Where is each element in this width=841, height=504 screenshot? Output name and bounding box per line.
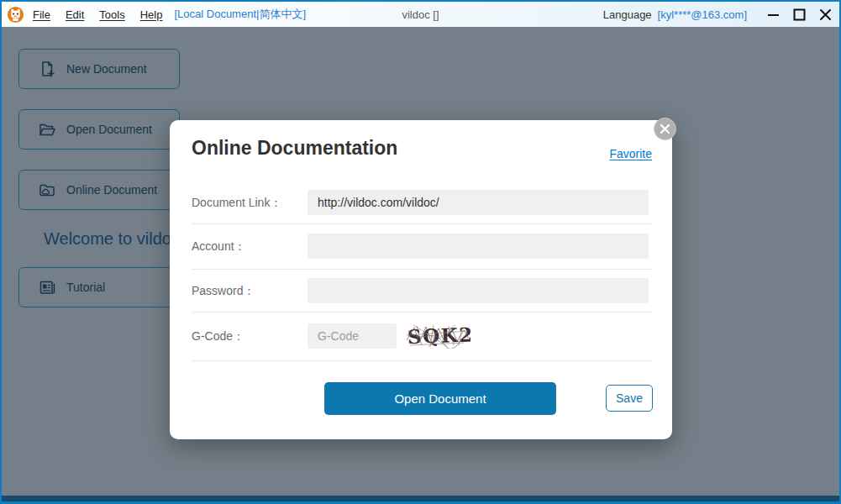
gcode-input[interactable] <box>307 323 397 349</box>
titlebar-right: Language [kyl****@163.com] <box>603 8 833 22</box>
favorite-link[interactable]: Favorite <box>609 147 652 160</box>
online-document-button[interactable]: Online Document <box>18 170 180 210</box>
divider <box>192 223 652 224</box>
welcome-text: Welcome to vildoc <box>44 229 180 249</box>
language-label[interactable]: Language <box>603 8 652 21</box>
document-link-input[interactable] <box>307 190 649 215</box>
dialog-close-button[interactable] <box>654 118 676 140</box>
password-label: Password： <box>192 278 255 303</box>
divider <box>192 360 652 361</box>
local-document-language-toggle[interactable]: [Local Document|简体中文] <box>174 7 306 22</box>
maximize-icon <box>793 8 806 21</box>
open-document-button[interactable]: Open Document <box>18 109 180 150</box>
menu-bar: File Edit Tools Help <box>33 8 162 21</box>
dialog-title: Online Documentation <box>192 137 397 160</box>
bottom-strip <box>2 496 839 502</box>
menu-tools[interactable]: Tools <box>99 8 124 21</box>
new-document-label: New Document <box>66 62 147 76</box>
minimize-button[interactable] <box>766 8 781 22</box>
online-document-label: Online Document <box>66 183 157 197</box>
document-link-label: Document Link： <box>192 190 281 215</box>
main-content: New Document Open Document Online Docume… <box>2 27 839 496</box>
menu-help[interactable]: Help <box>140 8 163 21</box>
gcode-label: G-Code： <box>192 323 244 349</box>
account-label: Account： <box>192 234 246 259</box>
new-document-button[interactable]: New Document <box>18 49 180 89</box>
open-folder-icon <box>38 120 56 139</box>
menu-edit[interactable]: Edit <box>66 8 84 21</box>
tutorial-icon <box>38 278 56 297</box>
account-email[interactable]: [kyl****@163.com] <box>658 8 747 21</box>
minimize-icon <box>767 8 780 21</box>
dialog-close-icon <box>660 123 670 134</box>
close-window-button[interactable] <box>818 8 833 22</box>
titlebar: File Edit Tools Help [Local Document|简体中… <box>2 2 839 27</box>
window-controls <box>766 8 833 22</box>
menu-file[interactable]: File <box>33 8 50 21</box>
divider <box>192 269 652 270</box>
app-window: File Edit Tools Help [Local Document|简体中… <box>0 0 841 504</box>
password-input[interactable] <box>307 278 649 303</box>
online-documentation-dialog: Online Documentation Favorite Document L… <box>170 120 672 439</box>
maximize-button[interactable] <box>792 8 807 22</box>
app-logo-icon <box>7 6 24 24</box>
captcha-image[interactable]: SQK2 <box>405 323 470 349</box>
new-document-icon <box>38 60 56 78</box>
dialog-open-document-button[interactable]: Open Document <box>324 382 556 415</box>
tutorial-button[interactable]: Tutorial <box>18 267 180 307</box>
online-document-icon <box>38 181 56 199</box>
save-button[interactable]: Save <box>606 385 653 412</box>
divider <box>192 312 652 312</box>
account-input[interactable] <box>307 234 649 259</box>
tutorial-label: Tutorial <box>66 281 105 294</box>
open-document-label: Open Document <box>66 123 152 136</box>
close-icon <box>819 8 832 21</box>
